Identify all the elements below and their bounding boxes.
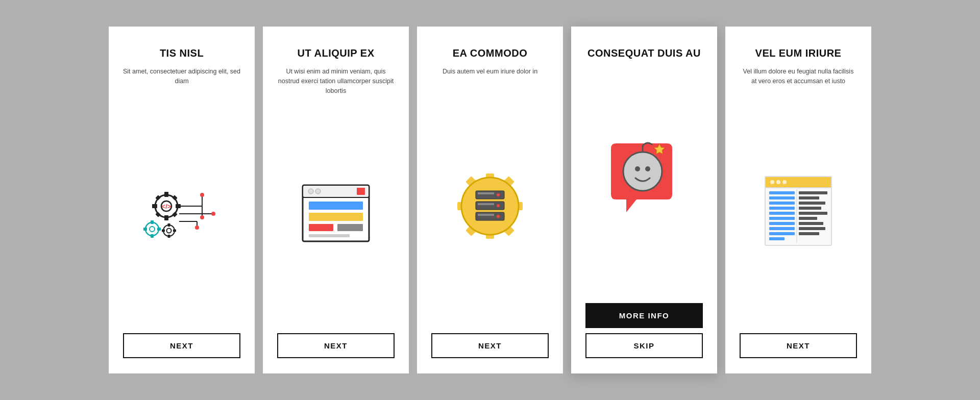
svg-rect-81	[769, 232, 795, 235]
svg-point-64	[635, 166, 640, 171]
cards-container: TIS NISL Sit amet, consectetuer adipisci…	[109, 27, 871, 373]
card-1-icon-area: </>	[141, 102, 223, 321]
card-3-desc: Duis autem vel eum iriure dolor in	[443, 67, 537, 77]
svg-point-25	[200, 193, 204, 197]
svg-rect-38	[309, 202, 363, 210]
svg-text:</>: </>	[162, 203, 172, 210]
svg-point-55	[497, 193, 500, 196]
svg-rect-79	[769, 222, 795, 225]
card-1-desc: Sit amet, consectetuer adipiscing elit, …	[123, 67, 240, 86]
svg-point-58	[497, 204, 500, 207]
card-2-icon-area	[298, 111, 374, 321]
svg-rect-40	[309, 224, 333, 231]
svg-rect-87	[799, 212, 827, 215]
svg-rect-78	[769, 217, 795, 220]
svg-rect-91	[799, 232, 819, 235]
svg-point-61	[497, 215, 500, 218]
card-4-more-info-button[interactable]: MORE INFO	[585, 303, 703, 328]
svg-rect-41	[337, 224, 363, 231]
svg-rect-69	[765, 177, 831, 188]
svg-point-17	[163, 225, 175, 236]
svg-rect-82	[769, 237, 785, 240]
svg-rect-90	[799, 227, 825, 230]
svg-rect-89	[799, 222, 823, 225]
card-4-icon-area	[601, 67, 688, 291]
svg-point-29	[211, 212, 215, 216]
svg-rect-60	[478, 214, 494, 216]
card-tis-nisl: TIS NISL Sit amet, consectetuer adipisci…	[109, 27, 255, 373]
svg-rect-7	[155, 195, 161, 201]
gears-code-icon: </>	[141, 176, 223, 247]
document-code-icon	[760, 174, 837, 248]
svg-point-71	[776, 180, 780, 184]
card-vel-eum: VEL EUM IRIURE Vel illum dolore eu feugi…	[725, 27, 871, 373]
svg-rect-53	[476, 191, 504, 199]
svg-rect-15	[157, 228, 161, 231]
svg-rect-13	[151, 220, 154, 224]
svg-rect-14	[151, 234, 154, 238]
server-gear-icon	[452, 168, 528, 244]
svg-rect-3	[164, 215, 168, 220]
card-4-buttons: MORE INFO SKIP	[585, 303, 703, 358]
svg-rect-85	[799, 202, 825, 205]
card-3-buttons: NEXT	[431, 333, 549, 358]
svg-rect-77	[769, 212, 795, 215]
svg-rect-88	[799, 217, 817, 220]
svg-rect-42	[309, 234, 350, 237]
svg-rect-20	[168, 235, 170, 238]
svg-rect-84	[799, 196, 819, 199]
svg-rect-73	[769, 191, 795, 194]
card-5-buttons: NEXT	[740, 333, 857, 358]
card-1-next-button[interactable]: NEXT	[123, 333, 240, 358]
card-3-title: EA COMMODO	[453, 47, 527, 60]
svg-point-32	[195, 226, 199, 230]
svg-rect-37	[357, 188, 365, 195]
card-3-icon-area	[452, 92, 528, 321]
svg-point-70	[770, 180, 774, 184]
card-4-title: CONSEQUAT DUIS AU	[587, 47, 701, 60]
svg-rect-21	[173, 229, 176, 232]
svg-rect-54	[478, 192, 494, 194]
card-5-next-button[interactable]: NEXT	[740, 333, 857, 358]
card-2-buttons: NEXT	[277, 333, 395, 358]
svg-rect-8	[172, 212, 178, 217]
svg-point-63	[623, 152, 662, 191]
svg-point-65	[645, 166, 650, 171]
card-ut-aliquip: UT ALIQUIP EX Ut wisi enim ad minim veni…	[263, 27, 409, 373]
svg-point-12	[150, 227, 155, 232]
svg-rect-6	[172, 195, 178, 201]
svg-rect-39	[309, 213, 363, 221]
card-ea-commodo: EA COMMODO Duis autem vel eum iriure dol…	[417, 27, 563, 373]
svg-rect-76	[769, 207, 795, 210]
svg-rect-19	[168, 223, 170, 227]
card-2-desc: Ut wisi enim ad minim veniam, quis nostr…	[277, 67, 395, 95]
svg-rect-2	[164, 192, 168, 197]
svg-point-18	[167, 228, 172, 233]
svg-point-11	[145, 222, 159, 236]
card-2-title: UT ALIQUIP EX	[298, 47, 375, 60]
card-4-skip-button[interactable]: SKIP	[585, 333, 703, 358]
svg-rect-57	[478, 203, 494, 205]
card-3-next-button[interactable]: NEXT	[431, 333, 549, 358]
svg-point-27	[200, 215, 204, 219]
card-5-desc: Vel illum dolore eu feugiat nulla facili…	[740, 67, 857, 86]
card-2-next-button[interactable]: NEXT	[277, 333, 395, 358]
svg-point-36	[315, 189, 321, 194]
svg-rect-80	[769, 227, 795, 230]
svg-rect-56	[476, 202, 504, 210]
svg-rect-59	[476, 212, 504, 220]
svg-rect-5	[152, 204, 157, 208]
svg-rect-83	[799, 191, 827, 194]
svg-rect-74	[769, 196, 795, 199]
card-1-title: TIS NISL	[160, 47, 204, 60]
card-1-buttons: NEXT	[123, 333, 240, 358]
browser-ui-icon	[298, 180, 374, 252]
svg-point-35	[308, 189, 313, 194]
card-5-icon-area	[760, 102, 837, 321]
svg-rect-75	[769, 202, 795, 205]
svg-rect-16	[143, 228, 147, 231]
svg-rect-86	[799, 207, 821, 210]
card-consequat: CONSEQUAT DUIS AU MOR	[571, 27, 717, 373]
svg-rect-22	[162, 229, 165, 232]
svg-point-72	[782, 180, 787, 184]
